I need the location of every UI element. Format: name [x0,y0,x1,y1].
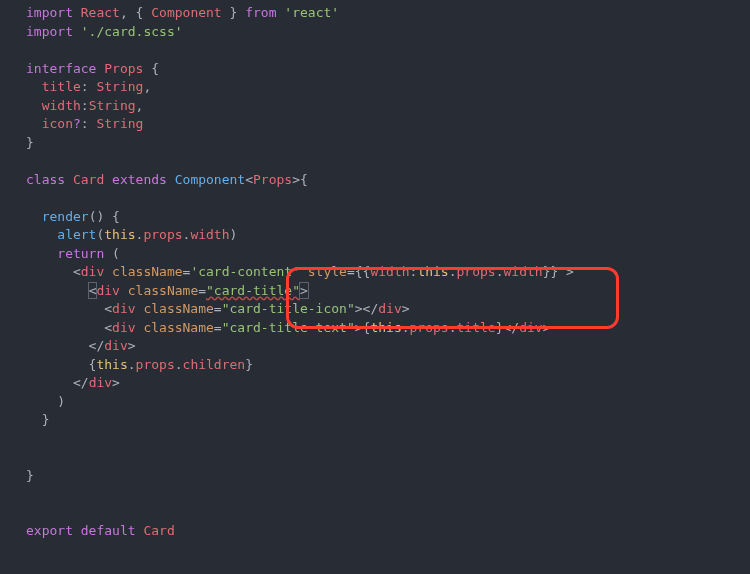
token-pun: ={{ [347,264,370,279]
code-line[interactable]: return ( [26,245,574,264]
token-def: div [96,283,119,298]
code-line[interactable]: import React, { Component } from 'react' [26,4,574,23]
token-pun [26,98,42,113]
token-kw: return [57,246,104,261]
token-prop: width [504,264,543,279]
code-line[interactable]: <div className="card-title-icon"></div> [26,300,574,319]
token-pun [26,246,57,261]
line-number [0,263,18,282]
code-line[interactable]: render() { [26,208,574,227]
token-def: String [96,79,143,94]
token-pun: : [81,116,97,131]
code-line[interactable]: <div className="card-title-text">{this.p… [26,319,574,338]
code-content[interactable]: import React, { Component } from 'react'… [20,4,574,559]
code-line[interactable] [26,430,574,449]
token-def: String [89,98,136,113]
token-pun: < [245,172,253,187]
line-number [0,504,18,523]
token-kw: export [26,523,73,538]
token-pun: : [81,98,89,113]
code-line[interactable] [26,152,574,171]
code-line[interactable]: {this.props.children} [26,356,574,375]
code-line[interactable]: ) [26,393,574,412]
code-line[interactable]: class Card extends Component<Props>{ [26,171,574,190]
line-number [0,208,18,227]
token-pun: = [198,283,206,298]
code-line[interactable]: <div className='card-content' style={{wi… [26,263,574,282]
line-number [0,522,18,541]
line-number [0,4,18,23]
token-pun [26,209,42,224]
code-line[interactable]: <div className="card-title"> [26,282,574,301]
token-prop: props [457,264,496,279]
code-line[interactable] [26,485,574,504]
code-line[interactable]: icon?: String [26,115,574,134]
token-def: div [519,320,542,335]
code-line[interactable]: width:String, [26,97,574,116]
line-number [0,226,18,245]
token-attr: className [128,283,198,298]
token-fn: Component [175,172,245,187]
token-pun: . [449,264,457,279]
code-line[interactable]: alert(this.props.width) [26,226,574,245]
token-pun [73,24,81,39]
token-pun: : [81,79,97,94]
token-pun: }</ [496,320,519,335]
token-str: './card.scss' [81,24,183,39]
token-pun: = [214,301,222,316]
line-number [0,23,18,42]
code-line[interactable] [26,504,574,523]
token-pun: () { [89,209,120,224]
code-line[interactable] [26,189,574,208]
token-pun: ></ [355,301,378,316]
token-pun: </ [26,375,89,390]
code-line[interactable]: interface Props { [26,60,574,79]
code-line[interactable]: export default Card [26,522,574,541]
token-prop: title [457,320,496,335]
code-line[interactable]: import './card.scss' [26,23,574,42]
token-this: this [370,320,401,335]
line-number [0,319,18,338]
token-prop: props [136,357,175,372]
code-line[interactable]: } [26,411,574,430]
token-kw: extends [112,172,167,187]
token-pun: } [26,468,34,483]
token-def: div [378,301,401,316]
code-editor[interactable]: import React, { Component } from 'react'… [0,0,750,559]
token-str: 'react' [284,5,339,20]
token-pun: >{ [292,172,308,187]
token-this: this [104,227,135,242]
line-number [0,300,18,319]
code-line[interactable]: title: String, [26,78,574,97]
token-pun [300,264,308,279]
token-pun: . [175,357,183,372]
line-number [0,374,18,393]
token-def: div [81,264,104,279]
token-pun: < [26,320,112,335]
code-line[interactable] [26,448,574,467]
token-pun [167,172,175,187]
token-fn: alert [57,227,96,242]
code-line[interactable] [26,41,574,60]
token-pun: { [143,61,159,76]
token-pun: . [402,320,410,335]
token-pun: } [26,135,34,150]
code-line[interactable]: } [26,467,574,486]
token-pun: < [26,264,81,279]
code-line[interactable]: } [26,134,574,153]
token-def: React [81,5,120,20]
token-prop: icon [42,116,73,131]
token-kw: import [26,5,73,20]
token-attr: className [112,264,182,279]
token-pun [73,523,81,538]
line-number [0,393,18,412]
line-number [0,78,18,97]
token-def: div [112,320,135,335]
token-pun: }} > [543,264,574,279]
line-number [0,485,18,504]
code-line[interactable]: </div> [26,374,574,393]
line-number [0,115,18,134]
code-line[interactable]: </div> [26,337,574,356]
code-line[interactable] [26,541,574,560]
token-pun: > [128,338,136,353]
